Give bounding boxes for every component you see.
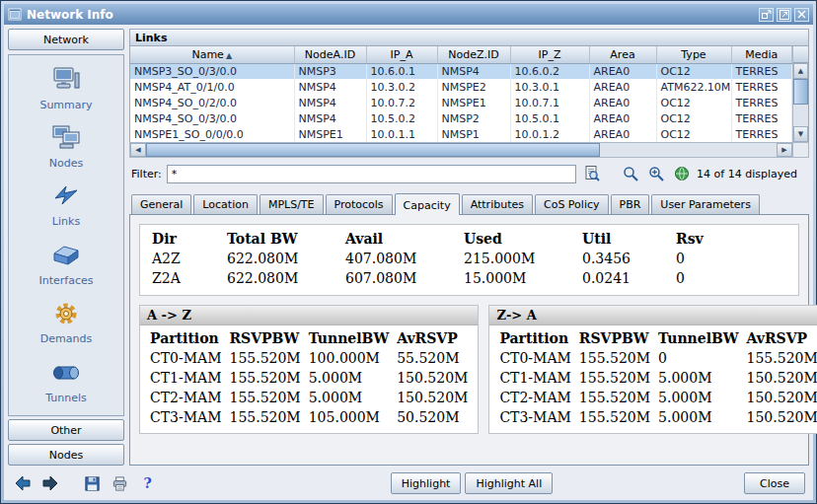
table-cell[interactable]: TERRES: [731, 63, 792, 79]
table-cell[interactable]: NMSP4: [294, 79, 366, 95]
table-cell[interactable]: NMSP4: [437, 63, 510, 79]
table-cell[interactable]: TERRES: [731, 126, 792, 142]
table-cell[interactable]: NMSP2: [437, 110, 510, 126]
scroll-left-icon[interactable]: ◀: [130, 143, 146, 157]
column-header-nodez-id[interactable]: NodeZ.ID: [437, 46, 510, 63]
table-cell[interactable]: TERRES: [731, 95, 792, 110]
sidebar-item-nodes[interactable]: Nodes: [9, 118, 123, 178]
horizontal-scroll-thumb[interactable]: [146, 143, 600, 157]
table-cell[interactable]: OC12: [656, 110, 731, 126]
horizontal-scrollbar[interactable]: ◀ ▶: [129, 142, 793, 158]
column-header-ip-a[interactable]: IP_A: [366, 46, 437, 63]
table-row[interactable]: NMSP4_SO_0/2/0.0NMSP410.0.7.2NMSPE110.0.…: [130, 95, 792, 110]
table-cell[interactable]: NMSP3_SO_0/3/0.0: [130, 63, 294, 79]
undock-window-icon[interactable]: [759, 8, 774, 22]
refresh-filter-icon[interactable]: [671, 164, 692, 183]
table-cell[interactable]: 10.0.1.2: [510, 126, 589, 142]
sidebar-item-summary[interactable]: Summary: [9, 59, 123, 118]
column-header-area[interactable]: Area: [589, 46, 656, 63]
table-cell[interactable]: 10.6.0.2: [510, 63, 589, 79]
table-cell[interactable]: NMSPE1: [294, 126, 366, 142]
table-cell[interactable]: NMSPE1: [437, 95, 510, 110]
highlight-button[interactable]: Highlight: [391, 472, 462, 494]
tab-attributes[interactable]: Attributes: [462, 194, 533, 214]
vertical-scroll-thumb[interactable]: [793, 79, 808, 105]
table-cell[interactable]: NMSP4_AT_0/1/0.0: [130, 79, 294, 95]
table-cell[interactable]: 10.0.7.2: [366, 95, 437, 110]
table-row[interactable]: NMSP3_SO_0/3/0.0NMSP310.6.0.1NMSP410.6.0…: [130, 63, 792, 79]
table-cell[interactable]: 10.3.0.2: [366, 79, 437, 95]
table-cell[interactable]: NMSP4_SO_0/2/0.0: [130, 95, 294, 110]
vertical-scrollbar[interactable]: ▲ ▼: [792, 46, 808, 142]
sidebar-item-interfaces[interactable]: Interfaces: [9, 236, 123, 295]
titlebar[interactable]: Network Info: [4, 4, 813, 25]
close-button[interactable]: Close: [744, 472, 805, 494]
table-cell[interactable]: OC12: [656, 126, 731, 142]
table-cell[interactable]: NMSPE1_SO_0/0/0.0: [130, 126, 294, 142]
tab-protocols[interactable]: Protocols: [326, 194, 393, 214]
table-cell: CT2-MAM: [146, 388, 225, 407]
table-cell[interactable]: TERRES: [731, 110, 792, 126]
save-icon[interactable]: [82, 473, 103, 493]
search-icon[interactable]: [620, 164, 640, 183]
close-window-icon[interactable]: [794, 8, 809, 22]
scroll-down-icon[interactable]: ▼: [793, 126, 808, 142]
column-header-media[interactable]: Media: [731, 46, 792, 63]
sidebar-item-links[interactable]: Links: [9, 177, 123, 236]
network-section-button[interactable]: Network: [8, 29, 124, 50]
find-in-table-icon[interactable]: [581, 164, 602, 183]
table-cell[interactable]: NMSPE2: [437, 79, 510, 95]
table-cell[interactable]: NMSP4_SO_0/3/0.0: [130, 110, 294, 126]
tab-pbr[interactable]: PBR: [611, 194, 650, 214]
zoom-search-icon[interactable]: [645, 164, 666, 183]
scroll-right-icon[interactable]: ▶: [777, 143, 792, 157]
column-header-nodea-id[interactable]: NodeA.ID: [294, 46, 366, 63]
table-cell[interactable]: NMSP4: [294, 110, 366, 126]
back-icon[interactable]: [12, 473, 33, 493]
other-section-button[interactable]: Other: [8, 419, 124, 441]
tab-location[interactable]: Location: [193, 194, 258, 214]
tab-capacity[interactable]: Capacity: [395, 193, 460, 215]
table-cell[interactable]: AREA0: [589, 126, 656, 142]
table-cell[interactable]: 10.3.0.1: [510, 79, 589, 95]
maximize-window-icon[interactable]: [777, 8, 791, 22]
tab-cos-policy[interactable]: CoS Policy: [535, 194, 609, 214]
sidebar-item-tunnels[interactable]: Tunnels: [9, 353, 123, 412]
table-cell[interactable]: OC12: [656, 63, 731, 79]
column-header-ip-z[interactable]: IP_Z: [510, 46, 589, 63]
table-cell[interactable]: ATM622.10M: [656, 79, 731, 95]
table-cell[interactable]: NMSP4: [294, 95, 366, 110]
table-cell: CT1-MAM: [495, 368, 574, 388]
table-cell[interactable]: 10.6.0.1: [366, 63, 437, 79]
nodes-section-button[interactable]: Nodes: [8, 444, 124, 466]
table-cell[interactable]: NMSP1: [437, 126, 510, 142]
forward-icon[interactable]: [39, 473, 60, 493]
table-cell[interactable]: OC12: [656, 95, 731, 110]
table-row[interactable]: NMSPE1_SO_0/0/0.0NMSPE110.0.1.1NMSP110.0…: [130, 126, 792, 142]
table-cell[interactable]: AREA0: [589, 63, 656, 79]
table-cell[interactable]: AREA0: [589, 79, 656, 95]
table-row[interactable]: NMSP4_AT_0/1/0.0NMSP410.3.0.2NMSPE210.3.…: [130, 79, 792, 95]
table-cell[interactable]: TERRES: [731, 79, 792, 95]
column-header-name[interactable]: Name▲: [130, 46, 294, 63]
table-cell[interactable]: 10.5.0.2: [366, 110, 437, 126]
table-cell[interactable]: AREA0: [589, 110, 656, 126]
sidebar-item-demands[interactable]: Demands: [9, 294, 123, 353]
help-icon[interactable]: ?: [137, 473, 158, 493]
filter-input[interactable]: [167, 165, 576, 183]
tab-user-parameters[interactable]: User Parameters: [651, 194, 760, 214]
table-cell[interactable]: AREA0: [589, 95, 656, 110]
table-row[interactable]: NMSP4_SO_0/3/0.0NMSP410.5.0.2NMSP210.5.0…: [130, 110, 792, 126]
table-cell[interactable]: NMSP3: [294, 63, 366, 79]
print-icon[interactable]: [110, 473, 130, 493]
column-header-type[interactable]: Type: [656, 46, 731, 63]
highlight-all-button[interactable]: Highlight All: [465, 472, 553, 494]
table-cell[interactable]: 10.5.0.1: [510, 110, 589, 126]
horizontal-scroll-track[interactable]: [146, 143, 777, 157]
vertical-scroll-track[interactable]: [793, 79, 808, 126]
tab-mpls-te[interactable]: MPLS/TE: [260, 194, 324, 214]
scroll-up-icon[interactable]: ▲: [793, 63, 808, 79]
table-cell[interactable]: 10.0.7.1: [510, 95, 589, 110]
table-cell[interactable]: 10.0.1.1: [366, 126, 437, 142]
tab-general[interactable]: General: [131, 194, 191, 214]
